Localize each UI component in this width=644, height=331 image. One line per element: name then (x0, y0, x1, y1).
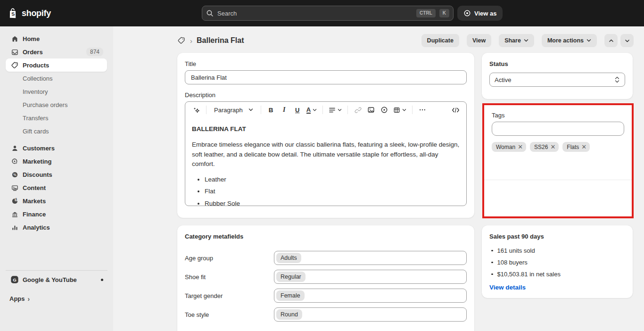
remove-tag-icon[interactable]: ✕ (550, 144, 555, 150)
view-details-link[interactable]: View details (489, 284, 526, 291)
ellipsis-icon (419, 106, 426, 114)
prev-next-pager (604, 34, 634, 47)
alignment-dropdown[interactable] (327, 104, 344, 116)
toolbar-divider (322, 106, 323, 114)
metafield-label: Toe style (185, 311, 274, 318)
chevron-down-icon (313, 108, 317, 112)
metafield-value-pill[interactable]: Adults (276, 253, 301, 264)
show-html-button[interactable] (449, 104, 462, 116)
table-dropdown[interactable] (391, 104, 408, 116)
status-select[interactable]: Active (489, 73, 625, 87)
view-as-button[interactable]: View as (457, 6, 503, 21)
sidebar-item-label: Gift cards (23, 128, 49, 135)
insert-image-button[interactable] (365, 104, 377, 116)
sidebar-item-content[interactable]: Content (6, 181, 107, 194)
bullet-dot (491, 250, 493, 252)
sidebar-item-transfers[interactable]: Transfers (6, 111, 107, 124)
search-input[interactable]: Search CTRL K (202, 6, 454, 21)
metafield-row: Toe style Round (185, 307, 467, 322)
sidebar-item-label: Transfers (23, 115, 48, 122)
sidebar-item-marketing[interactable]: Marketing (6, 155, 107, 168)
toe-style-input[interactable]: Round (274, 307, 467, 322)
remove-tag-icon[interactable]: ✕ (581, 144, 586, 150)
topbar: S shopify Search CTRL K View as (0, 0, 644, 26)
bold-button[interactable]: B (265, 104, 277, 116)
red-annotation-box: Tags Woman ✕ SS26 ✕ Flats ✕ (482, 103, 634, 218)
tag-pill[interactable]: SS26 ✕ (530, 142, 559, 152)
sidebar-item-label: Customers (23, 145, 55, 152)
sidebar-gap (0, 138, 113, 141)
description-bullet: Flat (205, 187, 460, 196)
share-button[interactable]: Share (499, 34, 534, 47)
sidebar-item-products[interactable]: Products (6, 58, 107, 72)
sidebar-item-label: Purchase orders (23, 101, 67, 108)
previous-product-button[interactable] (604, 34, 618, 47)
shoe-fit-input[interactable]: Regular (274, 270, 467, 284)
table-icon (393, 107, 400, 114)
image-icon (367, 106, 375, 114)
sidebar-item-discounts[interactable]: % Discounts (6, 168, 107, 181)
tags-input[interactable] (492, 122, 624, 136)
sidebar-divider (6, 270, 107, 271)
title-input[interactable] (185, 70, 467, 84)
description-label: Description (185, 91, 467, 99)
tags-card: Tags Woman ✕ SS26 ✕ Flats ✕ (484, 105, 632, 180)
tag-label: Flats (567, 144, 579, 150)
text-color-label: A (306, 107, 311, 114)
description-bullet: Rubber Sole (205, 199, 460, 206)
search-icon (206, 9, 214, 17)
category-metafields-card: Category metafields Age group Adults Sho… (177, 225, 474, 331)
text-color-dropdown[interactable]: A (305, 104, 319, 116)
description-paragraph: Embrace timeless elegance with our class… (192, 140, 460, 169)
globe-dollar-icon: $ (10, 197, 19, 205)
link-icon (355, 107, 362, 114)
metafield-label: Target gender (185, 292, 274, 299)
magic-sparkle-button[interactable] (190, 104, 202, 116)
target-gender-input[interactable]: Female (274, 289, 467, 303)
sidebar-item-orders[interactable]: Orders 874 (6, 45, 107, 58)
more-formatting-button[interactable] (416, 104, 429, 116)
metafield-value-pill[interactable]: Round (276, 309, 302, 320)
sidebar-item-label: Content (23, 184, 46, 191)
sidebar-item-home[interactable]: Home (6, 32, 107, 45)
sidebar-item-google-youtube[interactable]: G Google & YouTube (6, 273, 107, 286)
sidebar-item-markets[interactable]: $ Markets (6, 194, 107, 207)
sidebar-item-apps[interactable]: Apps › (9, 295, 30, 302)
sidebar-item-inventory[interactable]: Inventory (6, 85, 107, 98)
paragraph-style-dropdown[interactable]: Paragraph (210, 104, 257, 116)
sidebar-item-finance[interactable]: Finance (6, 207, 107, 221)
sidebar-item-gift-cards[interactable]: Gift cards (6, 124, 107, 138)
page-header: › Ballerina Flat Duplicate View Share Mo… (177, 33, 634, 48)
tags-row: Woman ✕ SS26 ✕ Flats ✕ (492, 142, 624, 152)
chevron-right-icon: › (28, 296, 30, 302)
remove-tag-icon[interactable]: ✕ (518, 144, 523, 150)
sidebar-item-purchase-orders[interactable]: Purchase orders (6, 98, 107, 111)
italic-button[interactable]: I (278, 104, 290, 116)
search-placeholder: Search (217, 10, 413, 17)
tag-pill[interactable]: Woman ✕ (492, 142, 526, 152)
toolbar-divider (261, 106, 261, 114)
underline-button[interactable]: U (291, 104, 304, 116)
next-product-button[interactable] (620, 34, 634, 47)
sidebar-item-customers[interactable]: Customers (6, 141, 107, 155)
kbd-ctrl: CTRL (416, 9, 436, 17)
description-content[interactable]: BALLERINA FLAT Embrace timeless elegance… (185, 118, 466, 206)
link-button[interactable] (352, 104, 364, 116)
metafield-value-pill[interactable]: Regular (276, 272, 305, 282)
toolbar-divider (412, 106, 413, 114)
metafield-value-pill[interactable]: Female (276, 290, 305, 301)
sidebar-item-analytics[interactable]: Analytics (6, 221, 107, 234)
description-heading: BALLERINA FLAT (192, 124, 460, 134)
more-actions-button[interactable]: More actions (542, 34, 597, 47)
insert-video-button[interactable] (378, 104, 390, 116)
tag-breadcrumb-icon[interactable] (177, 36, 186, 45)
media-icon (10, 183, 19, 192)
sidebar-item-collections[interactable]: Collections (6, 72, 107, 85)
duplicate-button[interactable]: Duplicate (421, 34, 459, 47)
tag-pill[interactable]: Flats ✕ (562, 142, 590, 152)
google-app-icon: G (10, 275, 19, 284)
view-button[interactable]: View (467, 34, 491, 47)
shopify-logo[interactable]: S shopify (8, 0, 51, 26)
age-group-input[interactable]: Adults (274, 251, 467, 265)
sales-card: Sales past 90 days 161 units sold 108 bu… (482, 225, 633, 298)
